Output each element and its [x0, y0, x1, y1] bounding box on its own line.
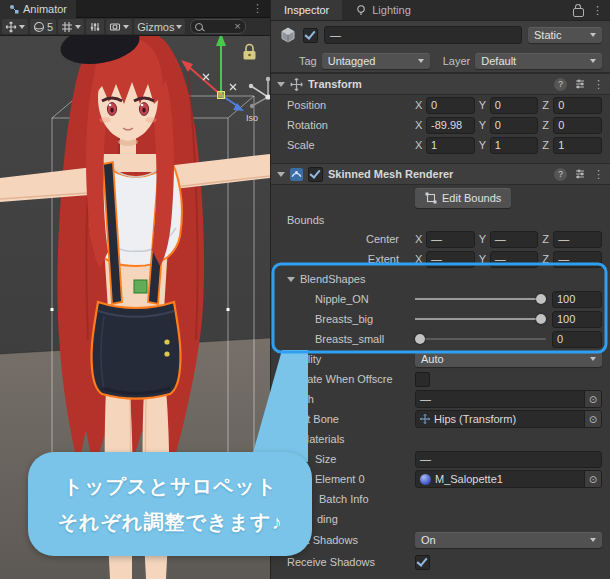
transform-header[interactable]: Transform ? ⋮	[271, 73, 610, 95]
foldout-arrow-icon[interactable]	[287, 437, 295, 442]
foldout-arrow-icon[interactable]	[287, 277, 295, 282]
blendshape-value-field[interactable]: 100	[552, 291, 602, 308]
move-tool-icon	[5, 21, 17, 33]
object-picker-icon[interactable]: ⊙	[584, 411, 601, 427]
tag-label: Tag	[299, 55, 317, 67]
edit-bounds-button[interactable]: Edit Bounds	[415, 188, 511, 208]
root-bone-label: Root Bone	[287, 413, 415, 425]
blendshape-value-field[interactable]: 100	[552, 311, 602, 328]
inspector-panel: Inspector Lighting ⋮ —	[270, 0, 610, 579]
scale-x-field[interactable]: 1	[426, 137, 475, 154]
object-picker-icon[interactable]: ⊙	[584, 391, 601, 407]
blendshapes-title: BlendShapes	[300, 273, 365, 285]
audio-mixer-button[interactable]	[86, 19, 104, 34]
layer-dropdown[interactable]: Default	[475, 53, 602, 69]
extent-y-field[interactable]: —	[490, 251, 539, 268]
tab-inspector[interactable]: Inspector	[271, 0, 342, 20]
shading-count-button[interactable]: 5	[30, 19, 56, 34]
mesh-label: Mesh	[287, 393, 415, 405]
slider-thumb[interactable]	[536, 294, 546, 304]
quality-row: Quality Auto	[271, 349, 610, 369]
gameobject-name-field[interactable]: —	[324, 26, 522, 44]
mesh-object-field[interactable]: — ⊙	[415, 390, 602, 408]
cast-shadows-value: On	[421, 534, 436, 546]
help-icon[interactable]: ?	[554, 168, 567, 181]
caret-down-icon	[19, 25, 25, 29]
tab-lighting[interactable]: Lighting	[342, 0, 424, 20]
blendshapes-foldout-row[interactable]: BlendShapes	[271, 269, 610, 289]
presets-icon[interactable]	[574, 168, 586, 180]
camera-button[interactable]	[106, 19, 132, 34]
scene-tab-strip: Animator ⋮	[0, 0, 270, 18]
skinned-mesh-renderer-header[interactable]: Skinned Mesh Renderer ? ⋮	[271, 163, 610, 185]
position-z-field[interactable]: 0	[553, 97, 602, 114]
scene-search-input[interactable]: ×	[190, 19, 246, 34]
extent-x-field[interactable]: —	[426, 251, 475, 268]
receive-shadows-label: Receive Shadows	[287, 556, 415, 568]
position-y-field[interactable]: 0	[490, 97, 539, 114]
extent-z-field[interactable]: —	[553, 251, 602, 268]
static-dropdown[interactable]: Static	[528, 27, 602, 43]
draw-mode-button[interactable]	[2, 19, 28, 34]
tag-dropdown[interactable]: Untagged	[322, 53, 430, 69]
static-label: Static	[534, 29, 562, 41]
center-y-field[interactable]: —	[490, 231, 539, 248]
tab-animator[interactable]: Animator	[0, 0, 76, 18]
tab-menu-icon[interactable]: ⋮	[245, 2, 270, 15]
blendshape-slider[interactable]	[415, 291, 546, 307]
scale-y-field[interactable]: 1	[490, 137, 539, 154]
anchor-gizmo[interactable]	[134, 280, 147, 293]
slider-thumb[interactable]	[536, 314, 546, 324]
position-x-field[interactable]: 0	[426, 97, 475, 114]
element0-object-field[interactable]: M_Salopette1 ⊙	[415, 470, 602, 488]
component-menu-icon[interactable]: ⋮	[593, 78, 604, 91]
center-x-field[interactable]: —	[426, 231, 475, 248]
foldout-arrow-icon[interactable]	[277, 172, 285, 177]
toolbar-count-label: 5	[47, 21, 53, 33]
axis-z-label: Z	[542, 253, 550, 265]
caret-down-icon	[123, 25, 129, 29]
bounds-center-row: Center X— Y— Z—	[271, 229, 610, 249]
center-z-field[interactable]: —	[553, 231, 602, 248]
edit-bounds-label: Edit Bounds	[442, 192, 501, 204]
root-bone-object-field[interactable]: Hips (Transform) ⊙	[415, 410, 602, 428]
materials-foldout-row[interactable]: Materials	[271, 429, 610, 449]
axis-x-label: X	[415, 119, 423, 131]
blendshape-value-field[interactable]: 0	[552, 331, 602, 348]
material-sphere-icon	[420, 474, 431, 485]
active-checkbox[interactable]	[303, 28, 318, 43]
help-icon[interactable]: ?	[554, 78, 567, 91]
center-label: Center	[287, 233, 415, 245]
cast-shadows-dropdown[interactable]: On	[415, 532, 602, 548]
quality-dropdown[interactable]: Auto	[415, 351, 602, 367]
bounds-label: Bounds	[287, 214, 415, 226]
grid-button[interactable]	[58, 19, 84, 34]
presets-icon[interactable]	[574, 78, 586, 90]
rotation-label: Rotation	[287, 119, 415, 131]
object-picker-icon[interactable]: ⊙	[584, 471, 601, 487]
shorts-button	[164, 339, 169, 344]
slider-thumb[interactable]	[415, 334, 425, 344]
rotation-x-field[interactable]: -89.98	[426, 117, 475, 134]
scale-z-field[interactable]: 1	[553, 137, 602, 154]
blendshape-slider[interactable]	[415, 311, 546, 327]
clear-search-icon[interactable]: ×	[234, 22, 242, 31]
foldout-arrow-icon[interactable]	[277, 82, 285, 87]
inspector-menu-icon[interactable]: ⋮	[592, 4, 603, 17]
extent-label: Extent	[287, 253, 415, 265]
inspector-lock-icon[interactable]	[573, 8, 584, 17]
blendshape-slider[interactable]	[415, 331, 546, 347]
transform-title: Transform	[308, 78, 362, 90]
rotation-y-field[interactable]: 0	[490, 117, 539, 134]
size-field[interactable]: —	[415, 451, 602, 468]
iso-projection-label[interactable]: Iso	[246, 113, 258, 123]
component-enabled-checkbox[interactable]	[308, 167, 323, 182]
component-menu-icon[interactable]: ⋮	[593, 168, 604, 181]
receive-shadows-checkbox[interactable]	[415, 555, 430, 570]
update-when-offscreen-checkbox[interactable]	[415, 372, 430, 387]
rotation-z-field[interactable]: 0	[553, 117, 602, 134]
axis-y-label: Y	[479, 233, 487, 245]
speech-bubble-line2: それぞれ調整できます♪	[58, 509, 283, 536]
gizmos-dropdown[interactable]: Gizmos	[134, 19, 185, 34]
gizmos-label: Gizmos	[137, 21, 174, 33]
